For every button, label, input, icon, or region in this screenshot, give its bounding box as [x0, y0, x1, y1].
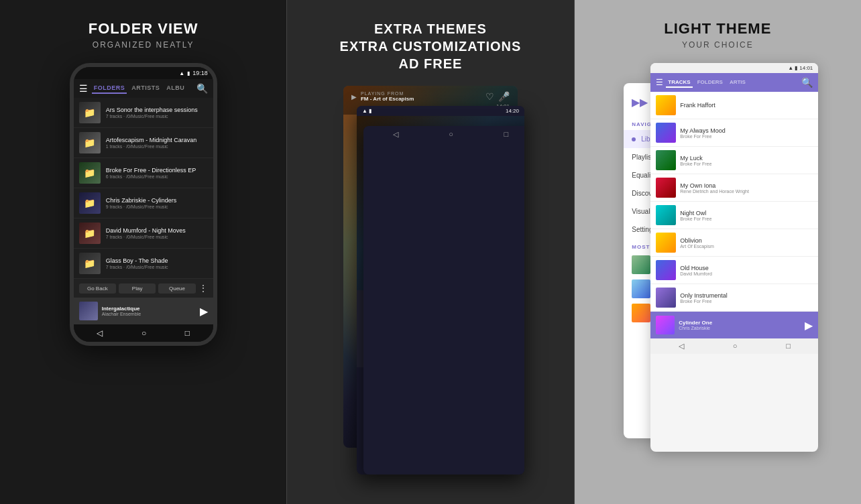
tracks-tab-artists[interactable]: ARTIS: [728, 78, 748, 88]
track-list-item-1[interactable]: My Always Mood Broke For Free: [650, 119, 818, 147]
ti-name-4: Night Owl: [680, 210, 711, 216]
np-artist-light: Chris Zabriskie: [679, 326, 801, 330]
logo-play-icon: ▶▶: [632, 96, 648, 109]
home-button-1[interactable]: ○: [141, 328, 146, 338]
panel1-sub-title: ORGANIZED NEATLY: [89, 40, 198, 50]
play-icon-bg: ▶: [351, 93, 357, 101]
ti-artist-5: Art Of Escapism: [680, 244, 714, 249]
track-list-item-0[interactable]: Frank Haffort: [650, 92, 818, 119]
folder-meta-4: 9 tracks · /0/Music/Free music: [106, 204, 177, 209]
track-list-item-2[interactable]: My Luck Broke For Free: [650, 147, 818, 174]
home-button-2[interactable]: ○: [449, 130, 453, 470]
heart-icon[interactable]: ♡: [485, 91, 494, 102]
folder-thumb-5: 📁: [79, 223, 101, 244]
search-icon-1[interactable]: 🔍: [196, 83, 208, 94]
tracks-tab-tracks[interactable]: TRACKS: [666, 78, 692, 88]
status-bar-1: 19:18: [74, 67, 213, 79]
track-info-4: Night Owl Broke For Free: [680, 210, 711, 221]
tab-albums[interactable]: ALBU: [164, 83, 186, 94]
track-thumb-1: [656, 123, 676, 143]
tabs-1: FOLDERS ARTISTS ALBU: [92, 83, 196, 94]
folder-info-2: Artofescapism - Midnight Caravan 1 track…: [106, 137, 197, 149]
np-info-light: Cylinder One Chris Zabriskie: [679, 320, 801, 330]
track-list-item-5[interactable]: Oblivion Art Of Escapism: [650, 229, 818, 257]
np-play-button-1[interactable]: ▶: [200, 305, 208, 318]
nav-dot-library: [632, 137, 636, 141]
np-title-1: Intergalactique: [102, 306, 196, 312]
play-button[interactable]: Play: [119, 284, 156, 294]
track-list: Frank Haffort My Always Mood Broke For F…: [650, 92, 818, 312]
tracks-tab-folders[interactable]: FOLDERS: [695, 78, 725, 88]
recents-button-1[interactable]: □: [185, 328, 190, 338]
recents-button-2[interactable]: □: [504, 130, 509, 470]
track-info-0: Frank Haffort: [680, 102, 715, 109]
ti-name-6: Old House: [680, 265, 711, 271]
folder-item-4[interactable]: 📁 Chris Zabriskie - Cylinders 9 tracks ·…: [74, 188, 213, 218]
folder-info-4: Chris Zabriskie - Cylinders 9 tracks · /…: [106, 197, 177, 209]
panel-light-theme: LIGHT THEME YOUR CHOICE ▶▶ BlackPlayer E…: [575, 0, 861, 504]
home-button-light[interactable]: ○: [733, 342, 738, 351]
np-bar-light[interactable]: Cylinder One Chris Zabriskie ▶: [650, 312, 818, 338]
track-thumb-3: [656, 178, 676, 198]
folder-item-2[interactable]: 📁 Artofescapism - Midnight Caravan 1 tra…: [74, 128, 213, 158]
folder-item-5[interactable]: 📁 David Mumford - Night Moves 7 tracks ·…: [74, 218, 213, 249]
folder-item-6[interactable]: 📁 Glass Boy - The Shade 7 tracks · /0/Mu…: [74, 249, 213, 279]
tracks-search-icon[interactable]: 🔍: [801, 77, 813, 88]
ti-artist-1: Broke For Free: [680, 134, 726, 139]
folder-item-3[interactable]: 📁 Broke For Free - Directionless EP 6 tr…: [74, 158, 213, 188]
tracks-menu-icon[interactable]: ☰: [656, 78, 663, 87]
track-info-3: My Own Iona Rene Dietrich and Horace Wri…: [680, 182, 749, 194]
player-mockup: ▶ PLAYING FROM FM - Art of Escapism ♡ 🎤 …: [350, 86, 511, 475]
back-button-1[interactable]: ◁: [97, 328, 103, 338]
now-playing-bar-1[interactable]: Intergalactique Alachair Ensemble ▶: [74, 298, 213, 324]
folder-thumb-6: 📁: [79, 253, 101, 274]
battery-icon-1: [187, 70, 190, 76]
track-thumb-0: [656, 95, 676, 115]
np-info-1: Intergalactique Alachair Ensemble: [102, 306, 196, 316]
track-thumb-2: [656, 150, 676, 170]
folder-name-6: Glass Boy - The Shade: [106, 257, 168, 264]
tracks-wifi: ▲ ▮: [788, 65, 797, 71]
panel3-title-block: LIGHT THEME YOUR CHOICE: [664, 20, 771, 50]
ti-name-5: Oblivion: [680, 237, 714, 244]
ti-name-0: Frank Haffort: [680, 102, 715, 109]
folder-item-1[interactable]: 📁 Ars Sonor the interphase sessions 7 tr…: [74, 98, 213, 128]
panel1-main-title: FOLDER VIEW: [89, 20, 198, 38]
go-back-button[interactable]: Go Back: [79, 284, 116, 294]
back-button-2[interactable]: ◁: [393, 130, 398, 470]
more-button[interactable]: ⋮: [198, 283, 208, 294]
track-list-item-3[interactable]: My Own Iona Rene Dietrich and Horace Wri…: [650, 174, 818, 202]
np-play-button-light[interactable]: ▶: [805, 319, 813, 332]
track-thumb-6: [656, 260, 676, 280]
album-from: FM - Art of Escapism: [361, 96, 414, 102]
status-wifi-front: ▲ ▮: [362, 108, 371, 114]
status-time-front: 14:20: [506, 108, 519, 114]
menu-icon-1[interactable]: ☰: [79, 83, 88, 94]
phone-nav-2: ◁ ○ □: [363, 126, 524, 475]
track-list-item-6[interactable]: Old House David Mumford: [650, 257, 818, 284]
wifi-icon-1: [179, 70, 184, 76]
phone-nav-1: ◁ ○ □: [74, 324, 213, 342]
track-list-item-7[interactable]: Only Instrumental Broke For Free: [650, 284, 818, 312]
folder-info-3: Broke For Free - Directionless EP 6 trac…: [106, 167, 196, 179]
folder-thumb-1: 📁: [79, 102, 101, 123]
ti-name-7: Only Instrumental: [680, 292, 728, 299]
player-stack: ▶ PLAYING FROM FM - Art of Escapism ♡ 🎤 …: [350, 86, 511, 475]
track-thumb-4: [656, 205, 676, 225]
playing-from-label: PLAYING FROM: [361, 91, 414, 96]
back-button-light[interactable]: ◁: [679, 342, 684, 351]
recents-button-light[interactable]: □: [786, 342, 791, 351]
track-list-item-4[interactable]: Night Owl Broke For Free: [650, 202, 818, 229]
ti-artist-3: Rene Dietrich and Horace Wright: [680, 189, 749, 194]
phone-screen-1: 19:18 ☰ FOLDERS ARTISTS ALBU 🔍 📁 Ars Son…: [74, 67, 213, 342]
folder-list: 📁 Ars Sonor the interphase sessions 7 tr…: [74, 98, 213, 279]
queue-button[interactable]: Queue: [158, 284, 195, 294]
track-thumb-7: [656, 288, 676, 308]
folder-thumb-3: 📁: [79, 162, 101, 184]
ti-artist-6: David Mumford: [680, 271, 711, 276]
tab-artists[interactable]: ARTISTS: [129, 83, 162, 94]
playlist-thumb-3: [632, 304, 650, 322]
tab-folders[interactable]: FOLDERS: [92, 83, 127, 94]
np-artist-1: Alachair Ensemble: [102, 312, 196, 316]
track-info-1: My Always Mood Broke For Free: [680, 127, 726, 139]
